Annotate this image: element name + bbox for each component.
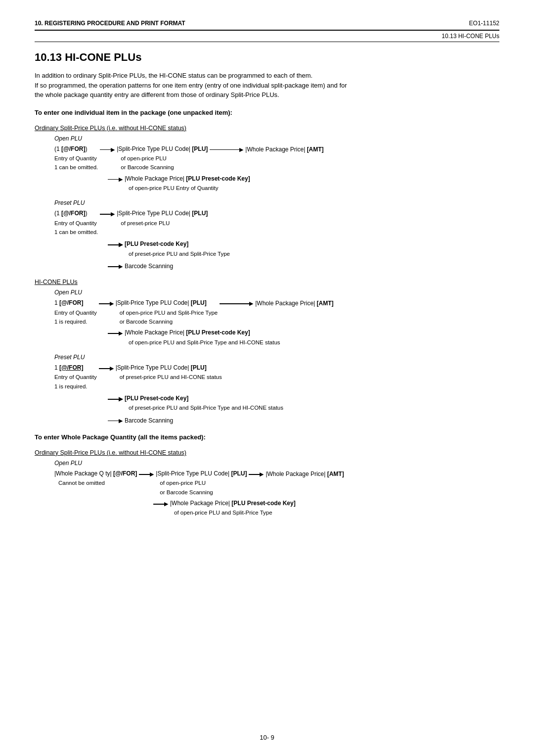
hicone-whole-pkg-amt-node: |Whole Package Price| [AMT] xyxy=(255,298,333,308)
for-key-preset-text: (1 [@/FOR]) xyxy=(54,209,87,218)
hicone-whole-pkg-plu-node: |Whole Package Price| [PLU Preset-code K… xyxy=(125,328,280,347)
open-plu-label: Open PLU xyxy=(54,134,499,143)
open-plu-block: Open PLU (1 [@/FOR]) Entry of Quantity1 … xyxy=(54,134,499,193)
branch-arrow-1: ▶ xyxy=(108,174,123,184)
hicone-preset-arrow-3: ▶ xyxy=(108,416,123,425)
sec2-for-key-node: |Whole Package Q ty| [@/FOR] Cannot be o… xyxy=(54,469,137,488)
sec2-open-plu-block: Open PLU |Whole Package Q ty| [@/FOR] Ca… xyxy=(54,459,499,518)
for-key-open-text: (1 [@/FOR]) xyxy=(54,144,87,154)
barcode-scanning-node: Barcode Scanning xyxy=(125,261,173,271)
whole-pkg-plu-node: |Whole Package Price| [PLU Preset-code K… xyxy=(125,174,250,193)
hicone-open-plu-label: Open PLU xyxy=(54,288,499,297)
diagram-area-1: Ordinary Split-Price PLUs (i.e. without … xyxy=(35,123,499,425)
hicone-for-key-node: 1 [@/FOR] Entry of Quantity1 is required… xyxy=(54,298,97,326)
sec2-split-plu-note: of open-price PLU xyxy=(160,478,206,487)
page-footer: 10- 9 xyxy=(0,734,534,741)
hicone-preset-entry-qty-note: Entry of Quantity1 is required. xyxy=(54,373,97,391)
subsection2-title: To enter Whole Package Quantity (all the… xyxy=(35,433,499,441)
hicone-preset-plu-block: Preset PLU 1 [@/FOR] Entry of Quantity1 … xyxy=(54,353,499,425)
for-key-open-node: (1 [@/FOR]) Entry of Quantity1 can be om… xyxy=(54,144,98,172)
diagram-area-2: Ordinary Split-Price PLUs (i.e. without … xyxy=(35,448,499,518)
split-plu-open-note: of open-price PLU xyxy=(121,154,167,163)
arrow-1: ▶ xyxy=(100,144,115,154)
split-plu-preset-note: of preset-price PLU xyxy=(121,219,170,228)
hicone-preset-split-note: of preset-price PLU and HI-CONE status xyxy=(120,373,222,381)
hicone-branch-arrow-1: ▶ xyxy=(108,328,123,338)
sec2-whole-pkg-amt-text: |Whole Package Price| [AMT] xyxy=(266,471,344,477)
sec2-split-plu-node: |Split-Price Type PLU Code| [PLU] of ope… xyxy=(156,469,247,497)
hicone-arrow-1: ▶ xyxy=(99,298,114,308)
split-plu-open-text: |Split-Price Type PLU Code| [PLU] xyxy=(117,144,208,154)
sec2-arrow-2: ▶ xyxy=(249,469,264,479)
hicone-flow-row-2: ▶ |Whole Package Price| [PLU Preset-code… xyxy=(108,328,499,347)
hicone-preset-plu-label: Preset PLU xyxy=(54,353,499,362)
plu-preset-key-note: of preset-price PLU and Split-Price Type xyxy=(129,249,230,258)
sec2-whole-pkg-amt-node: |Whole Package Price| [AMT] xyxy=(266,469,344,479)
sec2-cannot-omit: Cannot be omitted xyxy=(58,478,105,487)
split-plu-preset-node: |Split-Price Type PLU Code| [PLU] of pre… xyxy=(117,209,208,228)
whole-pkg-plu-note: of open-price PLU Entry of Quantity xyxy=(129,184,250,192)
entry-qty-open-note: Entry of Quantity1 can be omitted. xyxy=(54,154,98,172)
ordinary-label-1: Ordinary Split-Price PLUs (i.e. without … xyxy=(35,123,499,133)
sec2-whole-pkg-plu-node: |Whole Package Price| [PLU Preset-code K… xyxy=(170,499,296,518)
hicone-preset-key-node: [PLU Preset-code Key] of preset-price PL… xyxy=(125,394,283,413)
sec2-split-plu-text: |Split-Price Type PLU Code| [PLU] xyxy=(156,469,247,478)
sec2-whole-pkg-plu-text: |Whole Package Price| [PLU Preset-code K… xyxy=(170,499,296,508)
hicone-for-key-text: 1 [@/FOR] xyxy=(54,298,83,308)
hicone-barcode-text: Barcode Scanning xyxy=(125,417,173,424)
hicone-split-plu-node: |Split-Price Type PLU Code| [PLU] of ope… xyxy=(116,298,218,326)
subsection1-title: To enter one individual item in the pack… xyxy=(35,109,499,116)
hicone-label: HI-CONE PLUs xyxy=(35,277,499,287)
flow-row-preset-3: ▶ Barcode Scanning xyxy=(108,261,499,271)
hicone-preset-for-key-node: 1 [@/FOR] Entry of Quantity1 is required… xyxy=(54,363,97,391)
hicone-whole-pkg-plu-text: |Whole Package Price| [PLU Preset-code K… xyxy=(125,328,280,337)
intro-text: In addition to ordinary Split-Price PLUs… xyxy=(35,71,499,100)
arrow-preset-1: ▶ xyxy=(100,209,115,219)
hicone-split-plu-barcode: or Barcode Scanning xyxy=(120,317,173,326)
split-plu-open-barcode: or Barcode Scanning xyxy=(121,163,174,172)
hicone-section: HI-CONE PLUs Open PLU 1 [@/FOR] Entry of… xyxy=(35,277,499,425)
hicone-preset-arrow-2: ▶ xyxy=(108,394,123,404)
sec2-branch-arrow-1: ▶ xyxy=(153,499,168,509)
split-plu-preset-text: |Split-Price Type PLU Code| [PLU] xyxy=(117,209,208,218)
sec2-open-plu-label: Open PLU xyxy=(54,459,499,468)
preset-plu-label: Preset PLU xyxy=(54,198,499,208)
hicone-preset-key-text: [PLU Preset-code Key] xyxy=(125,394,283,403)
preset-plu-block-ordinary: Preset PLU (1 [@/FOR]) Entry of Quantity… xyxy=(54,198,499,271)
barcode-scanning-text: Barcode Scanning xyxy=(125,263,173,270)
section-title: 10.13 HI-CONE PLUs xyxy=(35,51,499,64)
hicone-preset-key-note: of preset-price PLU and Split-Price Type… xyxy=(129,403,283,412)
hicone-preset-flow-row-2: ▶ [PLU Preset-code Key] of preset-price … xyxy=(108,394,499,413)
page-number: 10- 9 xyxy=(260,734,274,741)
flow-row-open-2: ▶ |Whole Package Price| [PLU Preset-code… xyxy=(108,174,499,193)
hicone-arrow-2: ▶ xyxy=(220,298,253,308)
arrow-2: ▶ xyxy=(210,144,243,154)
hicone-preset-split-node: |Split-Price Type PLU Code| [PLU] of pre… xyxy=(116,363,222,382)
sec2-flow-row-2: ▶ |Whole Package Price| [PLU Preset-code… xyxy=(153,499,499,518)
hicone-preset-flow-row-1: 1 [@/FOR] Entry of Quantity1 is required… xyxy=(54,363,499,391)
hicone-preset-flow-row-3: ▶ Barcode Scanning xyxy=(108,416,499,425)
plu-preset-key-node: [PLU Preset-code Key] of preset-price PL… xyxy=(125,239,230,258)
intro-line-1: In addition to ordinary Split-Price PLUs… xyxy=(35,71,499,81)
header: 10. REGISTERING PROCEDURE AND PRINT FORM… xyxy=(35,20,499,31)
hicone-preset-arrow-1: ▶ xyxy=(99,363,114,373)
intro-line-3: the whole package quantity entry are dif… xyxy=(35,90,499,100)
whole-pkg-amt-text: |Whole Package Price| [AMT] xyxy=(245,146,323,153)
flow-row-open-1: (1 [@/FOR]) Entry of Quantity1 can be om… xyxy=(54,144,499,172)
hicone-whole-pkg-amt-text: |Whole Package Price| [AMT] xyxy=(255,300,333,307)
subheader: 10.13 HI-CONE PLUs xyxy=(35,33,499,42)
arrow-preset-2: ▶ xyxy=(108,239,123,249)
plu-preset-key-text: [PLU Preset-code Key] xyxy=(125,239,230,249)
hicone-flow-row-1: 1 [@/FOR] Entry of Quantity1 is required… xyxy=(54,298,499,326)
hicone-split-plu-note: of open-price PLU and Split-Price Type xyxy=(120,308,218,317)
hicone-open-plu-block: Open PLU 1 [@/FOR] Entry of Quantity1 is… xyxy=(54,288,499,347)
hicone-entry-qty-note: Entry of Quantity1 is required. xyxy=(54,308,97,327)
flow-row-preset-2: ▶ [PLU Preset-code Key] of preset-price … xyxy=(108,239,499,258)
whole-pkg-amt-node: |Whole Package Price| [AMT] xyxy=(245,144,323,154)
sec2-arrow-1: ▶ xyxy=(139,469,154,479)
sec2-whole-pkg-plu-note: of open-price PLU and Split-Price Type xyxy=(174,508,296,517)
split-plu-open-node: |Split-Price Type PLU Code| [PLU] of ope… xyxy=(117,144,208,172)
page: 10. REGISTERING PROCEDURE AND PRINT FORM… xyxy=(0,0,534,756)
flow-row-preset-1: (1 [@/FOR]) Entry of Quantity1 can be om… xyxy=(54,209,499,236)
sec2-for-key-text: |Whole Package Q ty| [@/FOR] xyxy=(54,469,137,478)
